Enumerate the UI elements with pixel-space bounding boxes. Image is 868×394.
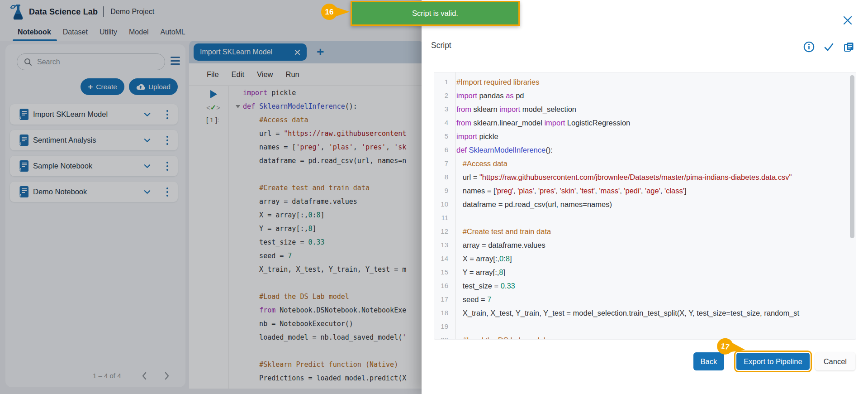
code-token: seed = xyxy=(456,295,487,303)
code-token: LogisticRegression xyxy=(565,119,630,127)
script-code-line: 19 xyxy=(434,320,856,333)
line-number: 16 xyxy=(434,279,448,293)
line-number: 9 xyxy=(434,184,448,197)
code-token: as xyxy=(506,91,513,100)
code-token: dataframe = pd.read_csv(url, names=names… xyxy=(456,200,612,208)
code-token: X_train, X_test, Y_train, Y_test = model… xyxy=(456,309,799,317)
code-token: ] xyxy=(510,255,512,263)
code-token: 0.33 xyxy=(501,282,515,290)
line-number: 13 xyxy=(434,238,448,252)
scrollbar-thumb[interactable] xyxy=(850,75,854,238)
code-token: #Access data xyxy=(463,159,508,168)
line-number: 6 xyxy=(434,143,448,157)
line-number: 15 xyxy=(434,265,448,279)
code-token: , xyxy=(660,187,664,195)
line-number-divider xyxy=(455,72,455,339)
toast-message: Script is valid. xyxy=(412,9,458,18)
script-code-line: 13 array = dataframe.values xyxy=(434,238,856,252)
back-button[interactable]: Back xyxy=(693,352,725,370)
code-token: 'skin' xyxy=(560,187,576,195)
script-code-line: 15 Y = array[:,8] xyxy=(434,265,856,279)
code-token: , xyxy=(641,187,645,195)
code-token xyxy=(456,336,463,340)
line-number: 4 xyxy=(434,116,448,130)
code-token: import xyxy=(544,119,565,127)
code-token: 7 xyxy=(487,295,491,303)
code-token: import xyxy=(499,105,520,113)
code-token: 8 xyxy=(506,255,510,263)
validate-check-icon[interactable] xyxy=(823,41,835,53)
script-code-line: 10 dataframe = pd.read_csv(url, names=na… xyxy=(434,197,856,211)
code-token: #Load the DS Lab model xyxy=(463,336,545,340)
cancel-button[interactable]: Cancel xyxy=(815,352,855,370)
script-code-line: 17 seed = 7 xyxy=(434,293,856,306)
code-token: import xyxy=(456,132,477,140)
script-code-line: 16 test_size = 0.33 xyxy=(434,279,856,293)
modal-close-icon[interactable] xyxy=(842,15,853,26)
code-token: 'pres' xyxy=(538,187,555,195)
line-number: 14 xyxy=(434,252,448,265)
code-token: names = [ xyxy=(456,187,496,195)
code-token: pickle xyxy=(477,132,498,140)
script-code-line: 14 X = array[:,0:8] xyxy=(434,252,856,265)
code-token: test_size = xyxy=(456,282,501,290)
code-token: pd xyxy=(514,91,524,100)
info-icon[interactable] xyxy=(803,41,815,53)
code-token xyxy=(456,227,463,235)
annotation-badge-17-number: 17 xyxy=(720,341,730,351)
code-token xyxy=(456,159,463,168)
code-token: 'plas' xyxy=(517,187,534,195)
copy-script-icon[interactable] xyxy=(843,41,854,53)
line-number: 11 xyxy=(434,211,448,225)
screen: Data Science Lab Demo Project NotebookDa… xyxy=(0,0,868,394)
code-token: 'test' xyxy=(580,187,595,195)
code-token: , xyxy=(576,187,580,195)
line-number: 3 xyxy=(434,102,448,116)
code-token: model_selection xyxy=(520,105,576,113)
script-code-line: 12 #Create test and train data xyxy=(434,225,856,238)
line-number: 17 xyxy=(434,293,448,306)
line-number: 2 xyxy=(434,89,448,102)
code-token: "https://raw.githubusercontent.com/jbrow… xyxy=(479,173,792,181)
annotation-badge-16-number: 16 xyxy=(325,8,334,16)
code-token: (): xyxy=(545,146,553,154)
code-token: , xyxy=(534,187,538,195)
code-token: ] xyxy=(684,187,687,195)
script-code-line: 7 #Access data xyxy=(434,157,856,170)
line-number: 10 xyxy=(434,197,448,211)
export-to-pipeline-button[interactable]: Export to Pipeline xyxy=(736,353,809,370)
code-token: #Create test and train data xyxy=(463,227,551,235)
line-number: 1 xyxy=(434,75,448,89)
code-token: pandas xyxy=(477,91,506,100)
script-code-line: 3from sklearn import model_selection xyxy=(434,102,856,116)
script-code-line: 11 xyxy=(434,211,856,225)
script-code-line: 6def SklearnModelInference(): xyxy=(434,143,856,157)
code-token: , xyxy=(513,187,517,195)
modal-title: Script xyxy=(431,41,451,50)
code-token: , xyxy=(555,187,560,195)
script-code-line: 9 names = ['preg', 'plas', 'pres', 'skin… xyxy=(434,184,856,197)
code-token: url = xyxy=(456,173,479,181)
export-highlight-ring: Export to Pipeline xyxy=(734,351,811,372)
code-token: #Import required libraries xyxy=(456,78,539,86)
code-token: 'mass' xyxy=(599,187,620,195)
modal-toolbar xyxy=(803,41,854,53)
script-code-line: 20 #Load the DS Lab model xyxy=(434,333,856,340)
code-token: 'class' xyxy=(664,187,684,195)
code-token: ] xyxy=(503,268,506,276)
code-token: 'preg' xyxy=(496,187,513,195)
script-code-line: 8 url = "https://raw.githubusercontent.c… xyxy=(434,170,856,184)
code-token: def xyxy=(456,146,467,154)
code-token: 'pedi' xyxy=(624,187,641,195)
script-code-panel[interactable]: 1#Import required libraries2import panda… xyxy=(434,72,856,340)
script-code-line: 18 X_train, X_test, Y_train, Y_test = mo… xyxy=(434,306,856,320)
line-number: 18 xyxy=(434,306,448,320)
code-token: X = array[:, xyxy=(456,255,499,263)
script-modal: Script 1#Impo xyxy=(422,0,868,394)
script-code-line: 4from sklearn.linear_model import Logist… xyxy=(434,116,856,130)
annotation-badge-16: 16 xyxy=(321,3,350,20)
code-token: , xyxy=(620,187,624,195)
line-number: 8 xyxy=(434,170,448,184)
code-token: import xyxy=(456,91,477,100)
line-number: 20 xyxy=(434,333,448,340)
